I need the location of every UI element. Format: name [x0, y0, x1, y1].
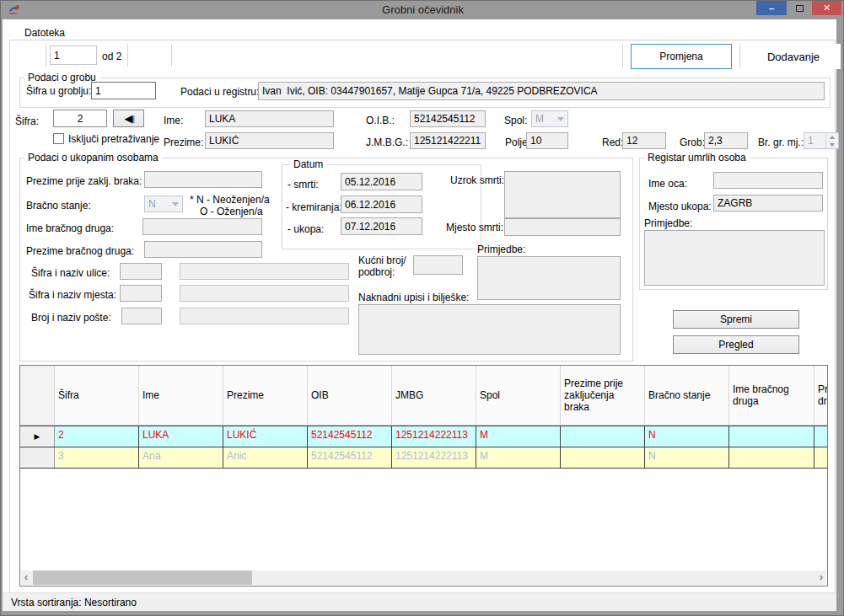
scroll-left-icon[interactable]: ‹: [21, 571, 31, 583]
spol-select[interactable]: M: [531, 110, 568, 127]
table-cell[interactable]: N: [645, 426, 729, 447]
spol-label: Spol:: [504, 115, 527, 126]
table-cell[interactable]: N: [645, 447, 729, 468]
bracno-stanje-value: N: [148, 198, 156, 210]
ulica-sifra-input[interactable]: [120, 263, 162, 280]
table-cell[interactable]: [814, 447, 828, 468]
datum-smrti-label: - smrti:: [288, 179, 319, 190]
jmbg-input[interactable]: [410, 132, 486, 149]
table-cell[interactable]: [561, 426, 645, 447]
naknadni-upisi-textarea[interactable]: [358, 304, 621, 355]
red-input[interactable]: [622, 132, 666, 149]
prezime-input[interactable]: [205, 132, 334, 149]
mjesto-sifra-input[interactable]: [120, 285, 162, 302]
data-grid[interactable]: ŠifraImePrezimeOIBJMBGSpolPrezime prije …: [19, 365, 828, 587]
datum-ukopa-input[interactable]: [341, 217, 422, 235]
oib-input[interactable]: [410, 110, 486, 127]
table-cell[interactable]: 52142545112: [308, 447, 392, 468]
record-position-input[interactable]: [50, 46, 97, 65]
record-count-label: od 2: [102, 51, 121, 62]
status-bar: Vrsta sortiranja: Nesortirano: [3, 592, 836, 611]
ime-druga-input[interactable]: [142, 218, 262, 235]
grid-header-cell[interactable]: JMBG: [392, 366, 476, 425]
bracno-note-1: * N - Neoženjen/a: [190, 194, 270, 206]
maximize-button[interactable]: [788, 1, 811, 15]
grid-header-cell[interactable]: Bračno stanje: [645, 366, 729, 425]
spinner-up-icon[interactable]: [830, 136, 835, 139]
toolbar-separator: [622, 44, 623, 68]
grid-header-cell[interactable]: Šifra: [55, 366, 139, 425]
mjesto-smrti-input[interactable]: [504, 218, 621, 236]
posta-naziv-input[interactable]: [180, 308, 349, 324]
table-cell[interactable]: [729, 447, 814, 468]
bracno-stanje-select[interactable]: N: [144, 196, 183, 212]
promjena-button[interactable]: Promjena: [631, 44, 732, 69]
table-cell[interactable]: [729, 426, 814, 447]
grid-header-cell[interactable]: Prezime: [223, 366, 308, 425]
table-cell[interactable]: 1251214222113: [392, 426, 476, 447]
br-gr-mj-spinner[interactable]: 1: [804, 132, 839, 149]
table-row[interactable]: ▶2LUKALUKIĆ521425451121251214222113MN: [20, 426, 827, 447]
grid-rows: ▶2LUKALUKIĆ521425451121251214222113MN3An…: [20, 426, 827, 469]
ime-label: Ime:: [164, 115, 183, 126]
prezime-prije-input[interactable]: [144, 171, 262, 188]
iskljuci-pretrazivanje-checkbox[interactable]: [53, 133, 64, 144]
podaci-u-registru-input[interactable]: [258, 82, 825, 100]
pregled-button[interactable]: Pregled: [673, 335, 799, 354]
uzrok-smrti-textarea[interactable]: [504, 171, 621, 218]
ulica-label: Šifra i naziv ulice:: [31, 267, 110, 279]
table-cell[interactable]: Ana: [139, 447, 223, 468]
spinner-down-icon[interactable]: [830, 143, 835, 147]
search-back-button[interactable]: ◀: [113, 110, 144, 127]
window-title: Grobni očevidnik: [1, 3, 844, 16]
grid-selector-header-cell[interactable]: [20, 366, 55, 425]
table-cell[interactable]: 52142545112: [308, 426, 392, 447]
row-selector-cell[interactable]: [20, 447, 55, 468]
primjedbe-textarea[interactable]: [477, 256, 621, 300]
datum-smrti-input[interactable]: [341, 173, 422, 190]
table-cell[interactable]: 3: [55, 447, 139, 468]
grid-hscrollbar[interactable]: ‹ ›: [21, 570, 826, 585]
grid-header-cell[interactable]: Spol: [476, 366, 561, 425]
sifra-input[interactable]: [53, 110, 107, 127]
grid-header-cell[interactable]: Prezime prije zaključenja braka: [561, 366, 645, 425]
table-row[interactable]: 3AnaAnić521425451121251214222113MN: [20, 447, 827, 469]
table-cell[interactable]: LUKA: [139, 426, 223, 447]
mjesto-ukopa-input[interactable]: [713, 195, 823, 212]
minimize-button[interactable]: –: [756, 1, 787, 15]
ulica-naziv-input[interactable]: [180, 263, 349, 280]
table-cell[interactable]: [561, 447, 645, 468]
table-cell[interactable]: Anić: [223, 447, 308, 468]
prezime-druga-input[interactable]: [144, 241, 262, 258]
sifra-u-groblju-input[interactable]: [91, 82, 156, 99]
br-gr-mj-value: 1: [808, 135, 814, 147]
mjesto-naziv-input[interactable]: [180, 285, 349, 302]
grid-header-cell[interactable]: Prezime bračnog druga: [814, 366, 828, 425]
ime-oca-input[interactable]: [713, 172, 823, 189]
scroll-thumb[interactable]: [33, 570, 252, 585]
datum-kremiranja-input[interactable]: [341, 196, 422, 213]
kucni-broj-input[interactable]: [413, 255, 463, 275]
spremi-button[interactable]: Spremi: [673, 310, 799, 329]
posta-broj-input[interactable]: [121, 308, 162, 324]
ime-druga-label: Ime bračnog druga:: [26, 222, 114, 234]
ime-input[interactable]: [205, 110, 334, 127]
row-selector-cell[interactable]: ▶: [20, 426, 55, 447]
grob-input[interactable]: [704, 132, 748, 149]
scroll-right-icon[interactable]: ›: [816, 571, 826, 583]
table-cell[interactable]: M: [476, 447, 561, 468]
menu-item-datoteka[interactable]: Datoteka: [24, 27, 65, 39]
close-button[interactable]: ✕: [812, 1, 841, 15]
registar-primjedbe-textarea[interactable]: [644, 230, 825, 286]
spol-value: M: [535, 113, 544, 125]
grid-header-cell[interactable]: Ime bračnog druga: [729, 366, 814, 425]
polje-input[interactable]: [526, 132, 568, 149]
table-cell[interactable]: 2: [55, 426, 139, 447]
table-cell[interactable]: M: [476, 426, 561, 447]
dodavanje-button[interactable]: Dodavanje: [746, 44, 841, 69]
table-cell[interactable]: LUKIĆ: [223, 426, 308, 447]
table-cell[interactable]: 1251214222113: [392, 447, 476, 468]
table-cell[interactable]: [814, 426, 828, 447]
grid-header-cell[interactable]: Ime: [139, 366, 223, 425]
grid-header-cell[interactable]: OIB: [308, 366, 392, 425]
